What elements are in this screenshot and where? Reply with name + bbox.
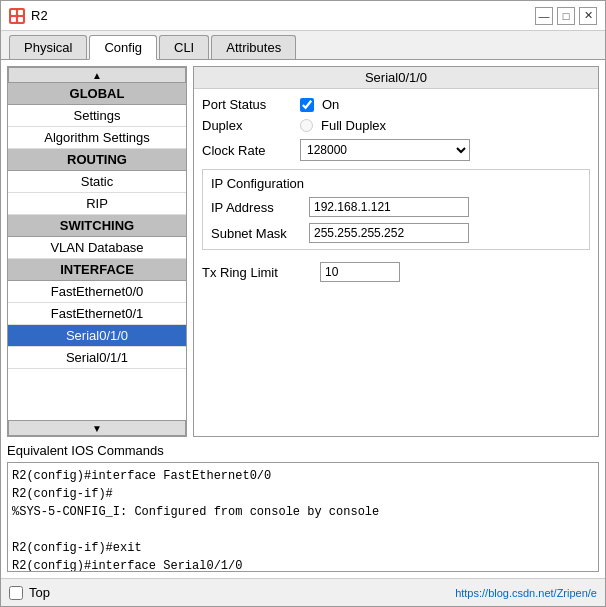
scroll-down-button[interactable]: ▼ (8, 420, 186, 436)
sidebar-inner: GLOBAL Settings Algorithm Settings ROUTI… (8, 83, 186, 420)
minimize-button[interactable]: — (535, 7, 553, 25)
title-bar: R2 — □ ✕ (1, 1, 605, 31)
status-bar: Top https://blog.csdn.net/Zripen/e (1, 578, 605, 606)
sidebar-item-serial010[interactable]: Serial0/1/0 (8, 325, 186, 347)
window-title: R2 (31, 8, 48, 23)
port-status-row: Port Status On (202, 97, 590, 112)
close-button[interactable]: ✕ (579, 7, 597, 25)
top-label: Top (29, 585, 50, 600)
port-status-label: Port Status (202, 97, 292, 112)
title-bar-left: R2 (9, 8, 48, 24)
duplex-row: Duplex Full Duplex (202, 118, 590, 133)
duplex-radio[interactable] (300, 119, 313, 132)
sidebar-section-global: GLOBAL (8, 83, 186, 105)
window-controls: — □ ✕ (535, 7, 597, 25)
main-window: R2 — □ ✕ Physical Config CLI Attributes … (0, 0, 606, 607)
port-status-checkbox[interactable] (300, 98, 314, 112)
svg-rect-0 (11, 10, 16, 15)
ip-address-label: IP Address (211, 200, 301, 215)
subnet-mask-input[interactable] (309, 223, 469, 243)
ios-commands-label: Equivalent IOS Commands (7, 443, 599, 458)
tab-physical[interactable]: Physical (9, 35, 87, 59)
sidebar-item-static[interactable]: Static (8, 171, 186, 193)
ip-config-title: IP Configuration (211, 176, 581, 191)
status-bar-left: Top (9, 585, 50, 600)
tab-attributes[interactable]: Attributes (211, 35, 296, 59)
duplex-value: Full Duplex (321, 118, 386, 133)
clock-rate-label: Clock Rate (202, 143, 292, 158)
tx-ring-label: Tx Ring Limit (202, 265, 312, 280)
ip-config-box: IP Configuration IP Address Subnet Mask (202, 169, 590, 250)
scroll-up-button[interactable]: ▲ (8, 67, 186, 83)
app-icon (9, 8, 25, 24)
subnet-mask-row: Subnet Mask (211, 223, 581, 243)
sidebar-section-switching: SWITCHING (8, 215, 186, 237)
tab-config[interactable]: Config (89, 35, 157, 60)
clock-rate-row: Clock Rate 128000640005600032000 (202, 139, 590, 161)
content-area: ▲ GLOBAL Settings Algorithm Settings ROU… (1, 59, 605, 578)
svg-rect-1 (18, 10, 23, 15)
sidebar-item-vlan-database[interactable]: VLAN Database (8, 237, 186, 259)
status-url: https://blog.csdn.net/Zripen/e (455, 587, 597, 599)
sidebar-item-fastethernet00[interactable]: FastEthernet0/0 (8, 281, 186, 303)
sidebar-item-settings[interactable]: Settings (8, 105, 186, 127)
top-checkbox[interactable] (9, 586, 23, 600)
sidebar-section-interface: INTERFACE (8, 259, 186, 281)
panel-body: Port Status On Duplex Full Duplex Clock … (194, 89, 598, 436)
tab-bar: Physical Config CLI Attributes (1, 31, 605, 59)
bottom-section: Equivalent IOS Commands R2(config)#inter… (7, 443, 599, 572)
ip-address-input[interactable] (309, 197, 469, 217)
tab-cli[interactable]: CLI (159, 35, 209, 59)
tx-ring-row: Tx Ring Limit (202, 262, 590, 282)
ip-address-row: IP Address (211, 197, 581, 217)
main-split: ▲ GLOBAL Settings Algorithm Settings ROU… (7, 66, 599, 437)
clock-rate-select[interactable]: 128000640005600032000 (300, 139, 470, 161)
sidebar: ▲ GLOBAL Settings Algorithm Settings ROU… (7, 66, 187, 437)
svg-rect-2 (11, 17, 16, 22)
sidebar-item-algorithm-settings[interactable]: Algorithm Settings (8, 127, 186, 149)
maximize-button[interactable]: □ (557, 7, 575, 25)
sidebar-item-serial011[interactable]: Serial0/1/1 (8, 347, 186, 369)
port-status-on-label: On (322, 97, 339, 112)
sidebar-section-routing: ROUTING (8, 149, 186, 171)
svg-rect-3 (18, 17, 23, 22)
right-panel: Serial0/1/0 Port Status On Duplex Full D… (193, 66, 599, 437)
sidebar-item-fastethernet01[interactable]: FastEthernet0/1 (8, 303, 186, 325)
ios-console[interactable]: R2(config)#interface FastEthernet0/0 R2(… (7, 462, 599, 572)
subnet-mask-label: Subnet Mask (211, 226, 301, 241)
sidebar-item-rip[interactable]: RIP (8, 193, 186, 215)
tx-ring-input[interactable] (320, 262, 400, 282)
duplex-label: Duplex (202, 118, 292, 133)
panel-title: Serial0/1/0 (194, 67, 598, 89)
